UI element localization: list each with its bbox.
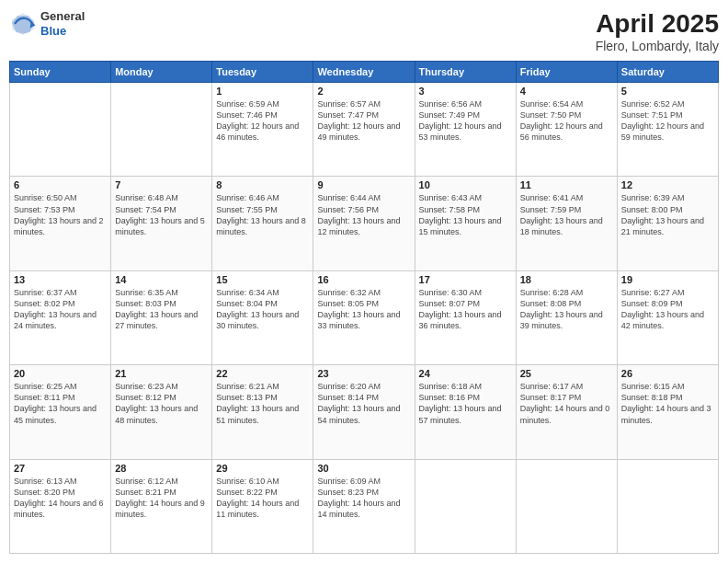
- day-number: 13: [14, 274, 107, 285]
- logo: General Blue: [9, 9, 85, 38]
- calendar-cell: 28Sunrise: 6:12 AMSunset: 8:21 PMDayligh…: [111, 459, 212, 553]
- day-detail: Sunrise: 6:56 AMSunset: 7:49 PMDaylight:…: [419, 98, 512, 144]
- calendar-cell: [516, 459, 617, 553]
- day-of-week-header: Tuesday: [212, 62, 313, 83]
- day-number: 24: [419, 368, 512, 379]
- day-number: 6: [14, 179, 107, 190]
- calendar-cell: 14Sunrise: 6:35 AMSunset: 8:03 PMDayligh…: [111, 270, 212, 364]
- day-number: 18: [520, 274, 613, 285]
- day-detail: Sunrise: 6:17 AMSunset: 8:17 PMDaylight:…: [520, 381, 613, 426]
- day-number: 26: [621, 368, 714, 379]
- day-detail: Sunrise: 6:23 AMSunset: 8:12 PMDaylight:…: [115, 381, 208, 426]
- day-number: 11: [520, 179, 613, 190]
- day-detail: Sunrise: 6:20 AMSunset: 8:14 PMDaylight:…: [317, 381, 410, 426]
- day-of-week-header: Monday: [111, 62, 212, 83]
- day-number: 29: [216, 463, 309, 474]
- day-detail: Sunrise: 6:21 AMSunset: 8:13 PMDaylight:…: [216, 381, 309, 426]
- day-number: 4: [520, 86, 613, 97]
- calendar-cell: 11Sunrise: 6:41 AMSunset: 7:59 PMDayligh…: [516, 177, 617, 270]
- day-detail: Sunrise: 6:44 AMSunset: 7:56 PMDaylight:…: [317, 192, 410, 237]
- day-detail: Sunrise: 6:54 AMSunset: 7:50 PMDaylight:…: [520, 98, 613, 144]
- day-detail: Sunrise: 6:46 AMSunset: 7:55 PMDaylight:…: [216, 192, 309, 237]
- day-number: 22: [216, 368, 309, 379]
- day-detail: Sunrise: 6:35 AMSunset: 8:03 PMDaylight:…: [115, 287, 208, 332]
- calendar-cell: 24Sunrise: 6:18 AMSunset: 8:16 PMDayligh…: [415, 365, 516, 459]
- day-of-week-header: Friday: [516, 62, 617, 83]
- calendar-cell: 16Sunrise: 6:32 AMSunset: 8:05 PMDayligh…: [313, 270, 415, 364]
- day-detail: Sunrise: 6:12 AMSunset: 8:21 PMDaylight:…: [115, 476, 208, 521]
- day-of-week-header: Thursday: [415, 62, 516, 83]
- day-number: 25: [520, 368, 613, 379]
- day-detail: Sunrise: 6:57 AMSunset: 7:47 PMDaylight:…: [317, 98, 410, 144]
- day-number: 30: [317, 463, 410, 474]
- day-number: 9: [317, 179, 410, 190]
- day-of-week-header: Saturday: [617, 62, 718, 83]
- day-detail: Sunrise: 6:39 AMSunset: 8:00 PMDaylight:…: [621, 192, 714, 237]
- day-detail: Sunrise: 6:27 AMSunset: 8:09 PMDaylight:…: [621, 287, 714, 332]
- day-of-week-header: Wednesday: [313, 62, 415, 83]
- calendar-cell: 21Sunrise: 6:23 AMSunset: 8:12 PMDayligh…: [111, 365, 212, 459]
- calendar-header-row: SundayMondayTuesdayWednesdayThursdayFrid…: [10, 62, 719, 83]
- day-detail: Sunrise: 6:18 AMSunset: 8:16 PMDaylight:…: [419, 381, 512, 426]
- calendar-cell: 7Sunrise: 6:48 AMSunset: 7:54 PMDaylight…: [111, 177, 212, 270]
- calendar-week-row: 20Sunrise: 6:25 AMSunset: 8:11 PMDayligh…: [10, 365, 719, 459]
- calendar-cell: 6Sunrise: 6:50 AMSunset: 7:53 PMDaylight…: [10, 177, 111, 270]
- calendar-cell: 9Sunrise: 6:44 AMSunset: 7:56 PMDaylight…: [313, 177, 415, 270]
- day-detail: Sunrise: 6:52 AMSunset: 7:51 PMDaylight:…: [621, 98, 714, 144]
- day-number: 27: [14, 463, 107, 474]
- calendar-week-row: 13Sunrise: 6:37 AMSunset: 8:02 PMDayligh…: [10, 270, 719, 364]
- calendar-cell: [415, 459, 516, 553]
- title-location: Flero, Lombardy, Italy: [596, 39, 719, 53]
- day-number: 7: [115, 179, 208, 190]
- logo-general-text: General: [40, 9, 85, 24]
- day-number: 17: [419, 274, 512, 285]
- calendar-cell: 20Sunrise: 6:25 AMSunset: 8:11 PMDayligh…: [10, 365, 111, 459]
- calendar-cell: 26Sunrise: 6:15 AMSunset: 8:18 PMDayligh…: [617, 365, 718, 459]
- day-number: 12: [621, 179, 714, 190]
- title-month: April 2025: [596, 9, 719, 39]
- calendar-cell: [617, 459, 718, 553]
- day-number: 20: [14, 368, 107, 379]
- logo-icon: [9, 10, 37, 38]
- day-detail: Sunrise: 6:10 AMSunset: 8:22 PMDaylight:…: [216, 476, 309, 521]
- calendar-cell: 19Sunrise: 6:27 AMSunset: 8:09 PMDayligh…: [617, 270, 718, 364]
- day-number: 15: [216, 274, 309, 285]
- day-detail: Sunrise: 6:43 AMSunset: 7:58 PMDaylight:…: [419, 192, 512, 237]
- day-detail: Sunrise: 6:41 AMSunset: 7:59 PMDaylight:…: [520, 192, 613, 237]
- calendar-cell: 13Sunrise: 6:37 AMSunset: 8:02 PMDayligh…: [10, 270, 111, 364]
- day-of-week-header: Sunday: [10, 62, 111, 83]
- calendar-week-row: 1Sunrise: 6:59 AMSunset: 7:46 PMDaylight…: [10, 83, 719, 177]
- day-number: 10: [419, 179, 512, 190]
- day-number: 19: [621, 274, 714, 285]
- day-detail: Sunrise: 6:50 AMSunset: 7:53 PMDaylight:…: [14, 192, 107, 237]
- logo-blue-text: Blue: [40, 24, 85, 39]
- calendar-cell: 27Sunrise: 6:13 AMSunset: 8:20 PMDayligh…: [10, 459, 111, 553]
- calendar-cell: 15Sunrise: 6:34 AMSunset: 8:04 PMDayligh…: [212, 270, 313, 364]
- calendar-cell: 30Sunrise: 6:09 AMSunset: 8:23 PMDayligh…: [313, 459, 415, 553]
- calendar-cell: 10Sunrise: 6:43 AMSunset: 7:58 PMDayligh…: [415, 177, 516, 270]
- day-number: 28: [115, 463, 208, 474]
- calendar-cell: 5Sunrise: 6:52 AMSunset: 7:51 PMDaylight…: [617, 83, 718, 177]
- day-number: 14: [115, 274, 208, 285]
- calendar-cell: 8Sunrise: 6:46 AMSunset: 7:55 PMDaylight…: [212, 177, 313, 270]
- calendar-cell: 29Sunrise: 6:10 AMSunset: 8:22 PMDayligh…: [212, 459, 313, 553]
- calendar-cell: 4Sunrise: 6:54 AMSunset: 7:50 PMDaylight…: [516, 83, 617, 177]
- day-detail: Sunrise: 6:09 AMSunset: 8:23 PMDaylight:…: [317, 476, 410, 521]
- calendar-cell: 17Sunrise: 6:30 AMSunset: 8:07 PMDayligh…: [415, 270, 516, 364]
- day-number: 21: [115, 368, 208, 379]
- page: General Blue April 2025 Flero, Lombardy,…: [0, 0, 728, 563]
- day-detail: Sunrise: 6:48 AMSunset: 7:54 PMDaylight:…: [115, 192, 208, 237]
- day-detail: Sunrise: 6:25 AMSunset: 8:11 PMDaylight:…: [14, 381, 107, 426]
- day-number: 1: [216, 86, 309, 97]
- day-detail: Sunrise: 6:13 AMSunset: 8:20 PMDaylight:…: [14, 476, 107, 521]
- day-number: 16: [317, 274, 410, 285]
- calendar-cell: [10, 83, 111, 177]
- calendar-cell: 2Sunrise: 6:57 AMSunset: 7:47 PMDaylight…: [313, 83, 415, 177]
- day-detail: Sunrise: 6:15 AMSunset: 8:18 PMDaylight:…: [621, 381, 714, 426]
- calendar-table: SundayMondayTuesdayWednesdayThursdayFrid…: [9, 61, 719, 554]
- day-detail: Sunrise: 6:28 AMSunset: 8:08 PMDaylight:…: [520, 287, 613, 332]
- calendar-cell: 1Sunrise: 6:59 AMSunset: 7:46 PMDaylight…: [212, 83, 313, 177]
- day-detail: Sunrise: 6:59 AMSunset: 7:46 PMDaylight:…: [216, 98, 309, 144]
- day-detail: Sunrise: 6:30 AMSunset: 8:07 PMDaylight:…: [419, 287, 512, 332]
- day-number: 2: [317, 86, 410, 97]
